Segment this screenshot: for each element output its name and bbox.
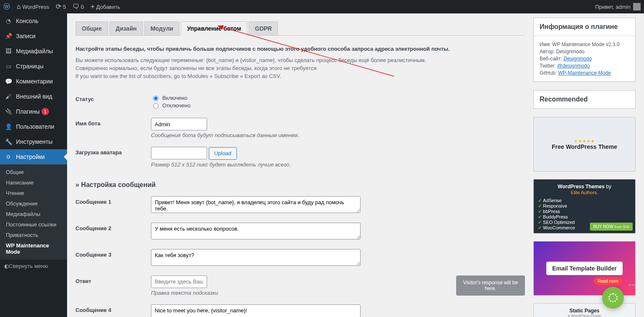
notification-dots-icon xyxy=(629,284,636,288)
sidebar-item-posts[interactable]: 📌Записи xyxy=(0,29,67,44)
updates-count: 5 xyxy=(63,4,66,10)
sidebar-item-label: Внешний вид xyxy=(16,93,52,100)
sidebar-item-settings[interactable]: ⛭Настройки xyxy=(0,149,67,164)
update-icon: ⟳ xyxy=(56,3,61,10)
sidebar-item-tools[interactable]: 🔧Инструменты xyxy=(0,134,67,149)
avatar-label: Загрузка аватара xyxy=(75,147,151,156)
sidebar-item-pages[interactable]: ▭Страницы xyxy=(0,59,67,74)
submenu-item[interactable]: WP Maintenance Mode xyxy=(0,240,67,257)
msg3-textarea[interactable] xyxy=(151,249,361,266)
pi-twitter-link[interactable]: @designmodo xyxy=(557,63,590,69)
pi-author-label: Автор: xyxy=(540,49,555,55)
chat-fab[interactable] xyxy=(602,287,624,309)
collapse-menu[interactable]: ◐ Свернуть меню xyxy=(0,260,67,273)
add-new[interactable]: + Добавить xyxy=(87,0,124,13)
plugin-info-box: Информация о плагине Имя: WP Maintenance… xyxy=(533,18,636,82)
promo1-title: Free WordPress Theme xyxy=(552,143,617,150)
plugin-info-heading: Информация о плагине xyxy=(534,18,635,36)
sidebar-item-appearance[interactable]: 🖌Внешний вид xyxy=(0,89,67,104)
answer-input[interactable] xyxy=(151,275,207,288)
submenu-item[interactable]: Написание xyxy=(0,177,67,188)
botname-input[interactable] xyxy=(151,118,207,130)
intro-line-2: Совершенно нормально, если будут заполне… xyxy=(75,65,525,71)
collapse-icon: ◐ xyxy=(4,263,9,269)
sidebar-item-dashboard[interactable]: ◔Консоль xyxy=(0,13,67,29)
tab-дизайн[interactable]: Дизайн xyxy=(109,21,143,35)
spinner-icon xyxy=(608,293,618,302)
promo2-elite: Elite Authors. xyxy=(571,190,598,195)
updates-link[interactable]: ⟳ 5 xyxy=(52,0,69,13)
site-link[interactable]: ⌂ WordPress xyxy=(13,0,52,13)
wp-logo[interactable]: ⓦ xyxy=(0,0,13,13)
upload-button[interactable]: Upload xyxy=(209,147,237,160)
status-label: Статус xyxy=(75,94,151,102)
tab-общие[interactable]: Общие xyxy=(75,21,108,35)
botname-help: Сообщения бота будут подписываться данны… xyxy=(151,132,525,138)
msg2-textarea[interactable] xyxy=(151,223,361,239)
messages-heading: » Настройка сообщений xyxy=(75,181,525,189)
promo2-check: bbPress xyxy=(538,209,631,214)
site-name: WordPress xyxy=(22,4,49,10)
sidebar-item-label: Медиафайлы xyxy=(16,48,53,55)
promo-free-theme[interactable]: ★★★★★ Free WordPress Theme xyxy=(533,117,636,171)
pi-name-value: WP Maintenance Mode v2.3.0 xyxy=(552,42,620,47)
posts-icon: 📌 xyxy=(4,32,13,40)
recommended-box: Recommended xyxy=(533,90,636,109)
plus-icon: + xyxy=(91,3,95,10)
msg4-textarea[interactable] xyxy=(151,304,361,317)
tools-icon: 🔧 xyxy=(4,138,13,146)
users-icon: 👤 xyxy=(4,122,13,131)
comments-icon: 💬 xyxy=(4,77,13,86)
promo-strict-themes[interactable]: WordPress Themes byElite Authors. AdSens… xyxy=(533,179,636,234)
msg4-label: Сообщение 4 xyxy=(75,304,151,313)
promo-email-builder[interactable]: Email Template Builder Read more xyxy=(533,241,636,296)
settings-submenu: ОбщиеНаписаниеЧтениеОбсуждениеМедиафайлы… xyxy=(0,164,67,260)
sidebar-item-plugins[interactable]: 🔌Плагины1 xyxy=(0,104,67,119)
comments-link[interactable]: 🗨 0 xyxy=(69,0,87,13)
dashboard-icon: ◔ xyxy=(4,17,13,25)
wordpress-icon: ⓦ xyxy=(3,3,10,10)
submenu-item[interactable]: Приватность xyxy=(0,230,67,240)
buy-now-button[interactable]: BUY NOW from $39 xyxy=(590,223,633,231)
sidebar-item-media[interactable]: 🖼Медиафайлы xyxy=(0,44,67,59)
msg3-label: Сообщение 3 xyxy=(75,249,151,258)
comments-count: 0 xyxy=(81,4,84,10)
tab-управление-ботом[interactable]: Управление ботом xyxy=(181,21,247,36)
greeting-text: Привет, admin xyxy=(595,4,631,10)
msg1-label: Сообщение 1 xyxy=(75,196,151,205)
avatar-path-input[interactable] xyxy=(151,147,207,159)
status-disabled[interactable]: Отключено xyxy=(151,102,525,109)
promo2-by: by xyxy=(606,184,611,190)
avatar-icon xyxy=(633,3,641,10)
submenu-item[interactable]: Общие xyxy=(0,167,67,177)
sidebar-item-label: Пользователи xyxy=(16,123,54,130)
promo4-sub: a WordPress Plugin xyxy=(550,314,619,317)
pi-website-link[interactable]: Designmodo xyxy=(564,56,592,62)
media-icon: 🖼 xyxy=(4,47,13,55)
submenu-item[interactable]: Медиафайлы xyxy=(0,209,67,219)
submenu-item[interactable]: Постоянные ссылки xyxy=(0,219,67,230)
status-enabled[interactable]: Включено xyxy=(151,94,525,101)
user-greeting[interactable]: Привет, admin xyxy=(592,0,644,13)
status-disabled-radio[interactable] xyxy=(153,103,158,109)
msg1-textarea[interactable] xyxy=(151,196,361,213)
status-enabled-radio[interactable] xyxy=(153,96,158,101)
sidebar-item-label: Страницы xyxy=(16,63,44,70)
submenu-item[interactable]: Обсуждение xyxy=(0,198,67,209)
status-enabled-text: Включено xyxy=(162,95,187,101)
home-icon: ⌂ xyxy=(17,3,21,10)
sidebar-item-users[interactable]: 👤Пользователи xyxy=(0,119,67,134)
tab-gdpr[interactable]: GDPR xyxy=(249,21,278,35)
admin-toolbar: ⓦ ⌂ WordPress ⟳ 5 🗨 0 + Добавить Привет,… xyxy=(0,0,644,13)
tab-модули[interactable]: Модули xyxy=(144,21,179,35)
sidebar-item-label: Комментарии xyxy=(16,78,53,85)
pi-github-link[interactable]: WP-Maintenance-Mode xyxy=(558,70,611,76)
sidebar-item-comments[interactable]: 💬Комментарии xyxy=(0,74,67,89)
promo2-title: WordPress Themes xyxy=(558,184,605,190)
submenu-item[interactable]: Чтение xyxy=(0,188,67,198)
update-badge: 1 xyxy=(42,108,49,115)
pi-website-label: Веб-сайт: xyxy=(540,56,562,62)
appearance-icon: 🖌 xyxy=(4,92,13,101)
answer-label: Ответ xyxy=(75,275,151,284)
readmore-button[interactable]: Read more xyxy=(594,277,623,285)
